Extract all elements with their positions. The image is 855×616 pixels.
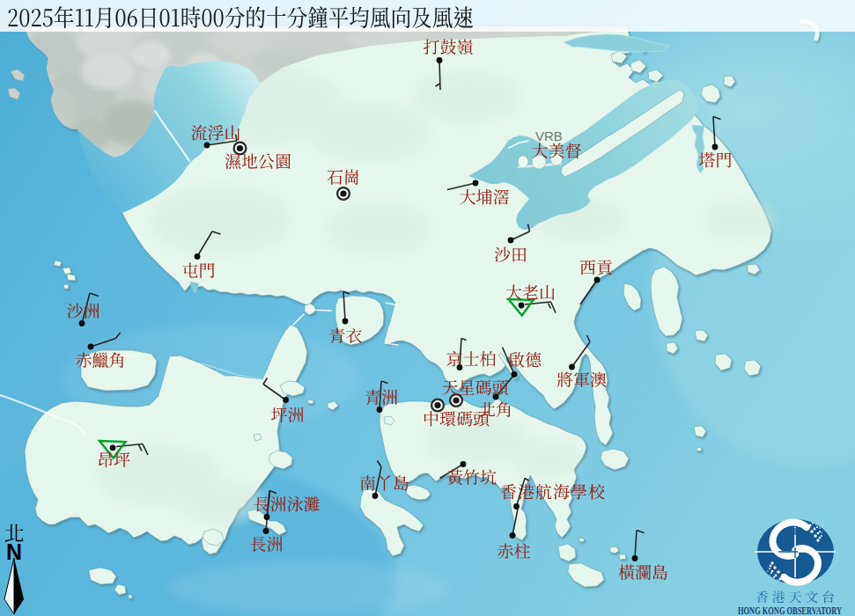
svg-text:VRB: VRB — [535, 128, 563, 143]
svg-text:HONG KONG OBSERVATORY: HONG KONG OBSERVATORY — [738, 604, 842, 616]
